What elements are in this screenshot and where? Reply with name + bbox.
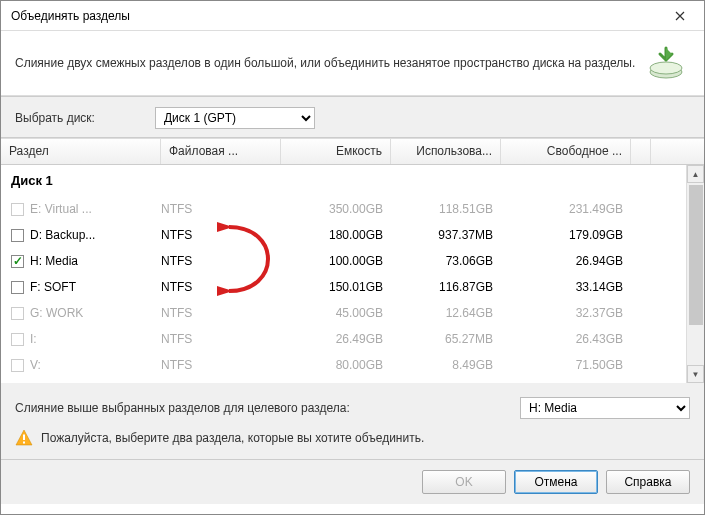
partition-name: V: — [30, 358, 41, 372]
disk-selector-label: Выбрать диск: — [15, 111, 95, 125]
column-free[interactable]: Свободное ... — [501, 139, 631, 164]
cell-used: 73.06GB — [391, 254, 501, 268]
svg-rect-4 — [23, 435, 25, 441]
cell-fs: NTFS — [161, 202, 281, 216]
column-capacity[interactable]: Емкость — [281, 139, 391, 164]
table-row: V:NTFS80.00GB8.49GB71.50GB — [1, 352, 704, 378]
cell-free: 231.49GB — [501, 202, 631, 216]
warning-row: Пожалуйста, выберите два раздела, которы… — [1, 429, 704, 459]
warning-icon — [15, 429, 33, 447]
svg-point-1 — [650, 62, 682, 74]
cell-fs: NTFS — [161, 306, 281, 320]
table-body: Диск 1 E: Virtual ...NTFS350.00GB118.51G… — [1, 165, 704, 383]
row-checkbox — [11, 307, 24, 320]
partition-name: I: — [30, 332, 37, 346]
target-select[interactable]: H: Media — [520, 397, 690, 419]
scroll-thumb[interactable] — [689, 185, 703, 325]
cell-used: 118.51GB — [391, 202, 501, 216]
row-checkbox[interactable] — [11, 229, 24, 242]
row-checkbox — [11, 333, 24, 346]
button-row: OK Отмена Справка — [1, 459, 704, 504]
cell-fs: NTFS — [161, 332, 281, 346]
cell-free: 32.37GB — [501, 306, 631, 320]
row-checkbox — [11, 203, 24, 216]
cell-cap: 350.00GB — [281, 202, 391, 216]
titlebar: Объединять разделы — [1, 1, 704, 31]
column-filesystem[interactable]: Файловая ... — [161, 139, 281, 164]
partition-name: D: Backup... — [30, 228, 95, 242]
cell-used: 65.27MB — [391, 332, 501, 346]
partition-table: Раздел Файловая ... Емкость Использова..… — [1, 138, 704, 383]
target-row: Слияние выше выбранных разделов для целе… — [1, 383, 704, 429]
close-icon — [675, 11, 685, 21]
warning-text: Пожалуйста, выберите два раздела, которы… — [41, 431, 424, 445]
cell-fs: NTFS — [161, 254, 281, 268]
cell-free: 33.14GB — [501, 280, 631, 294]
table-row[interactable]: F: SOFTNTFS150.01GB116.87GB33.14GB — [1, 274, 704, 300]
ok-button[interactable]: OK — [422, 470, 506, 494]
scroll-up-button[interactable]: ▲ — [687, 165, 704, 183]
cell-cap: 180.00GB — [281, 228, 391, 242]
partition-name: E: Virtual ... — [30, 202, 92, 216]
cell-cap: 80.00GB — [281, 358, 391, 372]
cell-free: 26.43GB — [501, 332, 631, 346]
cell-cap: 100.00GB — [281, 254, 391, 268]
target-label: Слияние выше выбранных разделов для целе… — [15, 401, 520, 415]
cell-free: 179.09GB — [501, 228, 631, 242]
vertical-scrollbar[interactable]: ▲ ▼ — [686, 165, 704, 383]
cell-cap: 45.00GB — [281, 306, 391, 320]
scroll-down-button[interactable]: ▼ — [687, 365, 704, 383]
help-button[interactable]: Справка — [606, 470, 690, 494]
table-row: I:NTFS26.49GB65.27MB26.43GB — [1, 326, 704, 352]
cell-cap: 150.01GB — [281, 280, 391, 294]
disk-selector[interactable]: Диск 1 (GPT) — [155, 107, 315, 129]
row-checkbox[interactable] — [11, 255, 24, 268]
disk-group-header: Диск 1 — [1, 165, 704, 196]
cell-free: 71.50GB — [501, 358, 631, 372]
table-header: Раздел Файловая ... Емкость Использова..… — [1, 139, 704, 165]
window-title: Объединять разделы — [11, 9, 658, 23]
cell-cap: 26.49GB — [281, 332, 391, 346]
table-row[interactable]: H: MediaNTFS100.00GB73.06GB26.94GB — [1, 248, 704, 274]
description-area: Слияние двух смежных разделов в один бол… — [1, 31, 704, 96]
cell-fs: NTFS — [161, 228, 281, 242]
column-used[interactable]: Использова... — [391, 139, 501, 164]
cell-used: 8.49GB — [391, 358, 501, 372]
close-button[interactable] — [658, 2, 702, 30]
cancel-button[interactable]: Отмена — [514, 470, 598, 494]
row-checkbox[interactable] — [11, 281, 24, 294]
row-checkbox — [11, 359, 24, 372]
cell-fs: NTFS — [161, 280, 281, 294]
cell-used: 937.37MB — [391, 228, 501, 242]
cell-used: 116.87GB — [391, 280, 501, 294]
column-partition[interactable]: Раздел — [1, 139, 161, 164]
partition-name: G: WORK — [30, 306, 83, 320]
description-text: Слияние двух смежных разделов в один бол… — [15, 54, 642, 72]
cell-used: 12.64GB — [391, 306, 501, 320]
table-row[interactable]: D: Backup...NTFS180.00GB937.37MB179.09GB — [1, 222, 704, 248]
table-row: E: Virtual ...NTFS350.00GB118.51GB231.49… — [1, 196, 704, 222]
partition-name: F: SOFT — [30, 280, 76, 294]
cell-free: 26.94GB — [501, 254, 631, 268]
cell-fs: NTFS — [161, 358, 281, 372]
table-row: G: WORKNTFS45.00GB12.64GB32.37GB — [1, 300, 704, 326]
merge-drives-icon — [642, 43, 690, 83]
partition-name: H: Media — [30, 254, 78, 268]
svg-rect-5 — [23, 442, 25, 444]
disk-selector-row: Выбрать диск: Диск 1 (GPT) — [1, 97, 704, 138]
